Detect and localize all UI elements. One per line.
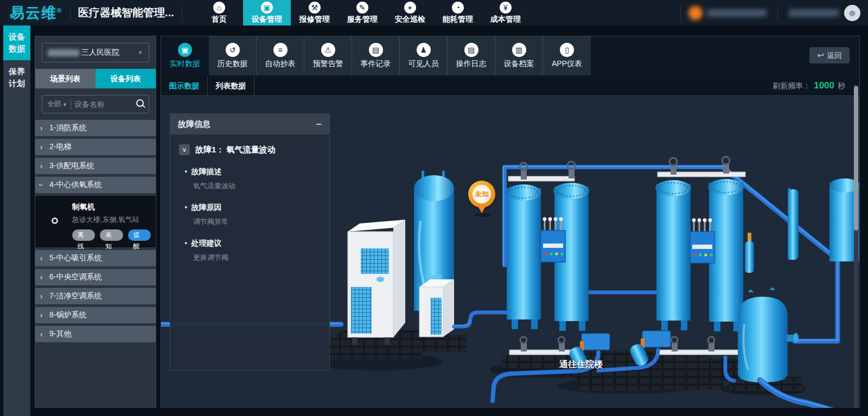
bullet-icon: ●	[184, 169, 187, 174]
scrollbar-thumb[interactable]	[854, 86, 858, 231]
filter-all-select[interactable]: 全部▼	[42, 99, 71, 109]
mobile-icon: ▯	[560, 43, 574, 57]
fault-section-suggestion: ●处理建议 更换调节阀	[184, 239, 321, 263]
oxygen-plant-3d-scene[interactable]: 故障信息 − ∨ 故障1： 氧气流量波动 ●故障描述 氧气流量波动 ●故障原因 …	[161, 96, 859, 408]
app-root: 易云维® 医疗器械智能管理... ⌂ 首页 ▣ 设备管理 ⚒ 报修管理 ✎ 服务…	[0, 0, 868, 416]
fault-panel-title: 故障信息	[178, 119, 316, 130]
tab-visible-people[interactable]: ♟ 可见人员	[400, 36, 448, 75]
subtab-table-data[interactable]: 列表数据	[208, 75, 254, 95]
fault-description-value: 氧气流量波动	[193, 181, 321, 191]
back-arrow-icon: ↩	[817, 50, 824, 60]
top-navbar: 易云维® 医疗器械智能管理... ⌂ 首页 ▣ 设备管理 ⚒ 报修管理 ✎ 服务…	[0, 0, 868, 25]
status-badge-remind: 提醒	[128, 229, 151, 241]
divider	[680, 6, 681, 20]
tree-item-elevator[interactable]: › 2-电梯	[35, 139, 156, 155]
device-status-marker[interactable]: 未知	[468, 181, 496, 216]
org-logo-redacted	[688, 6, 703, 20]
user-avatar[interactable]: ☻	[844, 5, 860, 21]
tree-item-suction[interactable]: › 5-中心吸引系统	[35, 250, 156, 266]
user-name-redacted	[789, 9, 839, 17]
bullet-icon: ●	[184, 204, 187, 210]
radio-icon[interactable]	[52, 217, 58, 224]
refresh-rate-value: 1000	[814, 80, 834, 91]
sidebar-item-device-data[interactable]: 设备 数据	[3, 25, 30, 60]
nav-item-home[interactable]: ⌂ 首页	[195, 0, 243, 25]
sidebar-item-maintenance-plan[interactable]: 保养 计划	[3, 60, 30, 95]
tab-realtime-data[interactable]: ▣ 实时数据	[161, 36, 209, 75]
nav-item-devices[interactable]: ▣ 设备管理	[243, 0, 291, 25]
search-icon[interactable]	[133, 97, 148, 111]
chevron-right-icon: ›	[35, 162, 47, 170]
energy-clock-icon: ◔	[452, 2, 464, 14]
refresh-rate-unit: 秒	[838, 81, 845, 90]
tab-scene-list[interactable]: 场景列表	[35, 69, 95, 88]
event-doc-icon: ▤	[369, 43, 383, 57]
tab-device-archive[interactable]: ▥ 设备档案	[495, 36, 543, 75]
chevron-down-box-icon[interactable]: ∨	[179, 144, 190, 155]
tree-item-clean-hvac[interactable]: › 7-洁净空调系统	[35, 288, 156, 304]
tree-item-oxygen[interactable]: › 4-中心供氧系统	[35, 177, 156, 193]
app-title: 医疗器械智能管理...	[78, 5, 174, 20]
device-list-item[interactable]: 制氧机 急诊大楼,东侧,氧气站 离线 未知 提醒	[35, 196, 156, 247]
tab-alarm[interactable]: ⚠ 预警告警	[304, 36, 352, 75]
content-scrollbar[interactable]	[854, 85, 858, 408]
fault-panel-body: ∨ 故障1： 氧气流量波动 ●故障描述 氧气流量波动 ●故障原因 调节阀异常 ●…	[170, 135, 329, 272]
registered-mark: ®	[57, 7, 62, 14]
nav-item-service[interactable]: ✎ 服务管理	[339, 0, 386, 25]
view-subtabs: 图示数据 列表数据 刷新频率：1000秒	[161, 75, 859, 96]
tree-item-boiler[interactable]: › 8-锅炉系统	[35, 307, 156, 323]
tree-item-hvac[interactable]: › 6-中央空调系统	[35, 269, 156, 285]
realtime-icon: ▣	[178, 43, 192, 57]
log-file-icon: ▤	[464, 43, 478, 57]
divider	[70, 6, 71, 20]
inspection-pin-icon: ⌖	[404, 2, 416, 14]
hospital-name: 三人民医院	[81, 48, 137, 57]
tab-history-data[interactable]: ↺ 历史数据	[209, 36, 257, 75]
module-sidebar: 设备 数据 保养 计划	[3, 25, 30, 416]
chevron-right-icon: ›	[35, 311, 47, 319]
tree-item-power[interactable]: › 3-供配电系统	[35, 158, 156, 174]
nav-item-inspection[interactable]: ⌖ 安全巡检	[386, 0, 434, 25]
main-nav: ⌂ 首页 ▣ 设备管理 ⚒ 报修管理 ✎ 服务管理 ⌖ 安全巡检 ◔ 能耗管理	[195, 0, 529, 25]
hospital-select[interactable]: 三人民医院 ▼	[42, 43, 149, 62]
tree-item-other[interactable]: › 9-其他	[35, 326, 156, 342]
subtab-diagram-data[interactable]: 图示数据	[161, 75, 208, 95]
chevron-down-icon: ›	[37, 179, 46, 191]
tab-event-log[interactable]: ▤ 事件记录	[352, 36, 400, 75]
divider	[182, 6, 182, 20]
cost-yen-icon: ¥	[500, 2, 512, 14]
fault-info-panel: 故障信息 − ∨ 故障1： 氧气流量波动 ●故障描述 氧气流量波动 ●故障原因 …	[170, 113, 330, 370]
list-mode-tabs: 场景列表 设备列表	[35, 69, 156, 88]
device-name: 制氧机	[72, 202, 156, 212]
chevron-right-icon: ›	[35, 254, 47, 263]
main-content: ▣ 实时数据 ↺ 历史数据 ≡ 自动抄表 ⚠ 预警告警 ▤ 事件记录	[161, 36, 860, 408]
caret-down-icon: ▼	[62, 102, 67, 107]
meter-icon: ≡	[273, 43, 288, 57]
nav-item-energy[interactable]: ◔ 能耗管理	[434, 0, 482, 25]
nav-item-cost[interactable]: ¥ 成本管理	[482, 0, 529, 25]
control-box-1	[541, 217, 565, 262]
back-button[interactable]: ↩返回	[809, 47, 850, 63]
corridor-label: 通往住院楼	[559, 359, 603, 370]
tab-device-list[interactable]: 设备列表	[95, 69, 156, 88]
psa-towers-2	[655, 157, 746, 355]
tab-operation-log[interactable]: ▤ 操作日志	[448, 36, 495, 75]
device-location: 急诊大楼,东侧,氧气站	[72, 215, 156, 225]
fault-section-description: ●故障描述 氧气流量波动	[184, 167, 321, 191]
device-icon: ▣	[261, 2, 273, 14]
repair-icon: ⚒	[309, 2, 321, 14]
tab-app-gauge[interactable]: ▯ APP仪表	[543, 36, 591, 75]
compressor-cabinet	[348, 220, 405, 345]
tree-item-fire[interactable]: › 1-消防系统	[35, 120, 156, 136]
org-chip-redacted[interactable]	[688, 6, 767, 20]
alarm-bell-icon: ⚠	[321, 43, 335, 57]
tab-auto-meter[interactable]: ≡ 自动抄表	[257, 36, 304, 75]
collapse-icon[interactable]: −	[316, 119, 322, 129]
nav-item-repair[interactable]: ⚒ 报修管理	[291, 0, 339, 25]
fault-panel-header: 故障信息 −	[170, 114, 329, 135]
dryer-unit	[419, 279, 454, 337]
device-search-input[interactable]	[71, 100, 133, 108]
fault-entry-header[interactable]: ∨ 故障1： 氧气流量波动	[179, 144, 321, 155]
product-tank	[738, 287, 799, 382]
status-badge-offline: 离线	[72, 229, 95, 241]
